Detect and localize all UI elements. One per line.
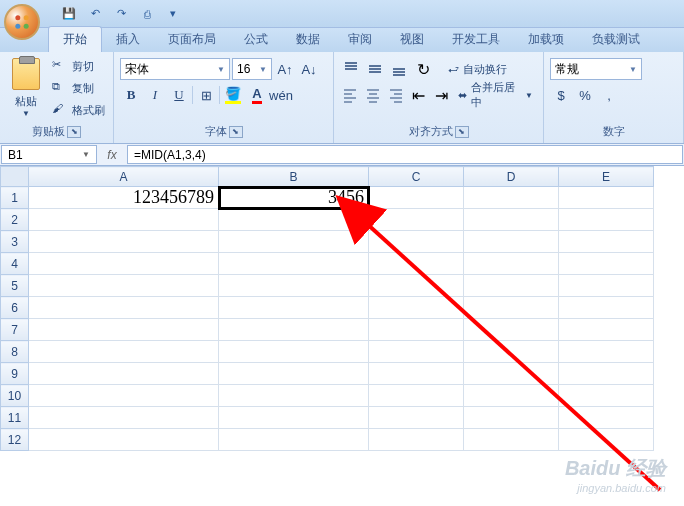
cell-B1[interactable]: 3456 [219,187,369,209]
cell-A3[interactable] [29,231,219,253]
tab-addins[interactable]: 加载项 [514,27,578,52]
row-header-9[interactable]: 9 [1,363,29,385]
paste-button[interactable]: 粘贴 ▼ [6,54,46,118]
cell-C3[interactable] [369,231,464,253]
tab-home[interactable]: 开始 [48,26,102,52]
cell-D7[interactable] [464,319,559,341]
cell-B3[interactable] [219,231,369,253]
cell-C7[interactable] [369,319,464,341]
cell-C1[interactable] [369,187,464,209]
tab-review[interactable]: 审阅 [334,27,386,52]
comma-button[interactable]: , [598,84,620,106]
cell-D6[interactable] [464,297,559,319]
cell-D4[interactable] [464,253,559,275]
clipboard-dialog-launcher[interactable]: ⬊ [67,126,81,138]
font-color-button[interactable]: A [246,84,268,106]
col-header-A[interactable]: A [29,167,219,187]
italic-button[interactable]: I [144,84,166,106]
cell-A2[interactable] [29,209,219,231]
format-painter-button[interactable]: 🖌格式刷 [50,100,107,120]
cell-C4[interactable] [369,253,464,275]
cell-C6[interactable] [369,297,464,319]
cell-A8[interactable] [29,341,219,363]
cell-A7[interactable] [29,319,219,341]
col-header-B[interactable]: B [219,167,369,187]
align-center-button[interactable] [363,84,384,106]
percent-button[interactable]: % [574,84,596,106]
cell-E6[interactable] [559,297,654,319]
cell-E8[interactable] [559,341,654,363]
cell-D1[interactable] [464,187,559,209]
undo-button[interactable]: ↶ [84,4,106,24]
col-header-C[interactable]: C [369,167,464,187]
fill-color-button[interactable]: 🪣 [222,84,244,106]
cell-C9[interactable] [369,363,464,385]
cell-C12[interactable] [369,429,464,451]
select-all-corner[interactable] [1,167,29,187]
col-header-D[interactable]: D [464,167,559,187]
cell-B4[interactable] [219,253,369,275]
cell-A6[interactable] [29,297,219,319]
decrease-font-button[interactable]: A↓ [298,58,320,80]
cell-C2[interactable] [369,209,464,231]
cell-E5[interactable] [559,275,654,297]
cell-C10[interactable] [369,385,464,407]
cell-A4[interactable] [29,253,219,275]
cell-E9[interactable] [559,363,654,385]
cell-B5[interactable] [219,275,369,297]
cell-D9[interactable] [464,363,559,385]
cell-E7[interactable] [559,319,654,341]
tab-page-layout[interactable]: 页面布局 [154,27,230,52]
align-left-button[interactable] [340,84,361,106]
cell-A9[interactable] [29,363,219,385]
row-header-8[interactable]: 8 [1,341,29,363]
office-button[interactable] [4,4,40,40]
align-middle-button[interactable] [364,58,386,80]
row-header-1[interactable]: 1 [1,187,29,209]
align-bottom-button[interactable] [388,58,410,80]
col-header-E[interactable]: E [559,167,654,187]
cell-B11[interactable] [219,407,369,429]
cell-E4[interactable] [559,253,654,275]
cell-A10[interactable] [29,385,219,407]
print-button[interactable]: ⎙ [136,4,158,24]
border-button[interactable]: ⊞ [195,84,217,106]
cell-E10[interactable] [559,385,654,407]
cut-button[interactable]: ✂剪切 [50,56,107,76]
cell-D12[interactable] [464,429,559,451]
increase-indent-button[interactable]: ⇥ [431,84,452,106]
name-box[interactable]: B1▼ [1,145,97,164]
cell-A5[interactable] [29,275,219,297]
row-header-7[interactable]: 7 [1,319,29,341]
cell-E12[interactable] [559,429,654,451]
save-button[interactable]: 💾 [58,4,80,24]
cell-D10[interactable] [464,385,559,407]
cell-B6[interactable] [219,297,369,319]
cell-A1[interactable]: 123456789 [29,187,219,209]
row-header-2[interactable]: 2 [1,209,29,231]
cell-B10[interactable] [219,385,369,407]
redo-button[interactable]: ↷ [110,4,132,24]
row-header-11[interactable]: 11 [1,407,29,429]
cell-E3[interactable] [559,231,654,253]
row-header-5[interactable]: 5 [1,275,29,297]
cell-E2[interactable] [559,209,654,231]
cell-A12[interactable] [29,429,219,451]
cell-B7[interactable] [219,319,369,341]
cell-B9[interactable] [219,363,369,385]
row-header-10[interactable]: 10 [1,385,29,407]
cell-C11[interactable] [369,407,464,429]
wrap-text-button[interactable]: ⮐自动换行 [444,58,511,80]
row-header-12[interactable]: 12 [1,429,29,451]
cell-B2[interactable] [219,209,369,231]
tab-data[interactable]: 数据 [282,27,334,52]
cell-E11[interactable] [559,407,654,429]
cell-B12[interactable] [219,429,369,451]
qat-customize-dropdown[interactable]: ▾ [162,4,184,24]
currency-button[interactable]: $ [550,84,572,106]
orientation-button[interactable]: ↻ [412,58,434,80]
cell-C5[interactable] [369,275,464,297]
cell-D5[interactable] [464,275,559,297]
align-right-button[interactable] [385,84,406,106]
phonetic-button[interactable]: wén [270,84,292,106]
